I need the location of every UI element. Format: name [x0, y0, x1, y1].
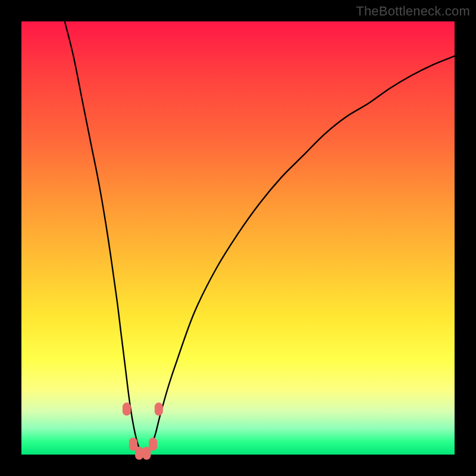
- curve-marker: [123, 403, 131, 416]
- curve-svg: [21, 21, 455, 455]
- plot-area: [21, 21, 455, 455]
- bottleneck-curve: [65, 21, 455, 456]
- curve-marker: [142, 447, 151, 460]
- chart-frame: TheBottleneck.com: [0, 0, 476, 476]
- curve-marker: [135, 447, 143, 460]
- watermark-text: TheBottleneck.com: [356, 4, 470, 19]
- curve-marker: [155, 403, 163, 416]
